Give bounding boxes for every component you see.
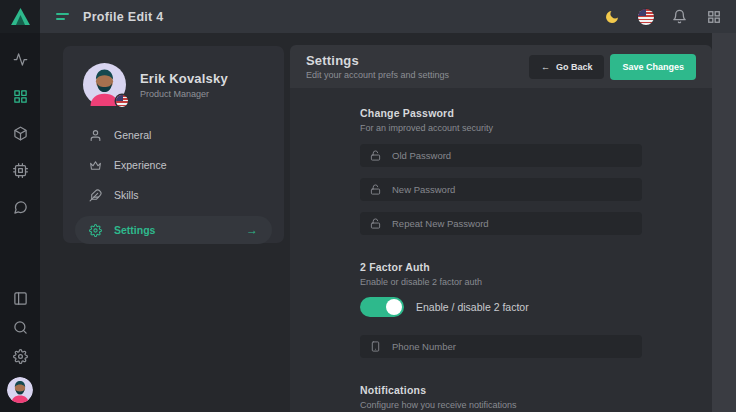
arrow-left-icon: ← bbox=[541, 62, 550, 72]
us-flag bbox=[638, 9, 654, 25]
feather-icon bbox=[89, 189, 102, 202]
profile-nav: General Experience Skills Settings → bbox=[63, 120, 284, 244]
search-icon[interactable] bbox=[12, 319, 28, 335]
section-title: 2 Factor Auth bbox=[360, 261, 642, 273]
go-back-button[interactable]: ← Go Back bbox=[529, 55, 605, 79]
notifications-section: Notifications Configure how you receive … bbox=[360, 384, 642, 410]
settings-panel: Settings Edit your account prefs and set… bbox=[290, 45, 712, 412]
two-factor-section: 2 Factor Auth Enable or disable 2 factor… bbox=[360, 261, 642, 358]
save-changes-button[interactable]: Save Changes bbox=[610, 54, 696, 80]
activity-icon[interactable] bbox=[12, 51, 28, 67]
change-password-section: Change Password For an improved account … bbox=[360, 107, 642, 235]
toggle-label: Enable / disable 2 factor bbox=[416, 301, 529, 313]
crown-icon bbox=[89, 159, 102, 172]
nav-label: Skills bbox=[114, 189, 139, 201]
profile-card: Erik Kovalsky Product Manager General Ex… bbox=[63, 46, 284, 243]
lock-icon bbox=[370, 184, 381, 195]
new-password-input[interactable] bbox=[390, 183, 632, 196]
gear-icon bbox=[89, 224, 102, 237]
nav-item-settings[interactable]: Settings → bbox=[75, 216, 272, 244]
gear-icon[interactable] bbox=[12, 348, 28, 364]
lock-icon bbox=[370, 218, 381, 229]
dashboard-grid-icon[interactable] bbox=[12, 88, 28, 104]
phone-number-input[interactable] bbox=[390, 340, 632, 353]
user-role: Product Manager bbox=[140, 89, 228, 99]
two-factor-toggle[interactable] bbox=[360, 297, 404, 317]
nav-item-skills[interactable]: Skills bbox=[75, 180, 272, 210]
moon-icon[interactable] bbox=[603, 8, 620, 25]
app-logo[interactable] bbox=[0, 0, 40, 33]
nav-label: Settings bbox=[114, 224, 155, 236]
page-title: Profile Edit 4 bbox=[83, 10, 164, 24]
us-flag-icon[interactable] bbox=[637, 8, 654, 25]
chat-icon[interactable] bbox=[12, 199, 28, 215]
settings-panel-header: Settings Edit your account prefs and set… bbox=[290, 45, 712, 88]
user-icon bbox=[89, 129, 102, 142]
triangle-logo-icon bbox=[11, 8, 30, 25]
phone-number-field[interactable] bbox=[360, 335, 642, 358]
section-title: Notifications bbox=[360, 384, 642, 396]
nav-label: Experience bbox=[114, 159, 167, 171]
old-password-field[interactable] bbox=[360, 144, 642, 167]
sidebar-user-avatar[interactable] bbox=[7, 377, 33, 403]
app-root: Profile Edit 4 Erik Kovalsk bbox=[0, 0, 736, 412]
smartphone-icon bbox=[370, 341, 381, 352]
apps-grid-icon[interactable] bbox=[705, 8, 722, 25]
panel-subtitle: Edit your account prefs and settings bbox=[306, 70, 449, 80]
topbar-actions bbox=[603, 8, 736, 25]
repeat-password-input[interactable] bbox=[390, 217, 632, 230]
panel-title: Settings bbox=[306, 53, 449, 68]
old-password-input[interactable] bbox=[390, 149, 632, 162]
new-password-field[interactable] bbox=[360, 178, 642, 201]
topbar: Profile Edit 4 bbox=[40, 0, 736, 33]
sidebar bbox=[0, 0, 40, 412]
package-icon[interactable] bbox=[12, 125, 28, 141]
profile-header: Erik Kovalsky Product Manager bbox=[63, 46, 284, 106]
lock-icon bbox=[370, 150, 381, 161]
user-name: Erik Kovalsky bbox=[140, 71, 228, 86]
two-factor-toggle-row: Enable / disable 2 factor bbox=[360, 297, 642, 317]
layout-icon[interactable] bbox=[12, 290, 28, 306]
repeat-password-field[interactable] bbox=[360, 212, 642, 235]
nav-label: General bbox=[114, 129, 151, 141]
us-flag-badge-icon bbox=[116, 95, 128, 107]
section-subtitle: For an improved account security bbox=[360, 123, 642, 133]
section-subtitle: Enable or disable 2 factor auth bbox=[360, 277, 642, 287]
section-subtitle: Configure how you receive notifications bbox=[360, 400, 642, 410]
toggle-knob bbox=[386, 299, 402, 315]
menu-toggle-icon[interactable] bbox=[54, 9, 71, 24]
content-area: Erik Kovalsky Product Manager General Ex… bbox=[40, 33, 712, 412]
avatar bbox=[83, 63, 126, 106]
settings-panel-body: Change Password For an improved account … bbox=[290, 88, 712, 412]
nav-item-experience[interactable]: Experience bbox=[75, 150, 272, 180]
bell-icon[interactable] bbox=[671, 8, 688, 25]
cpu-icon[interactable] bbox=[12, 162, 28, 178]
section-title: Change Password bbox=[360, 107, 642, 119]
sidebar-bottom-icons bbox=[7, 290, 33, 403]
arrow-right-icon: → bbox=[246, 224, 258, 236]
sidebar-top-icons bbox=[12, 51, 28, 215]
nav-item-general[interactable]: General bbox=[75, 120, 272, 150]
